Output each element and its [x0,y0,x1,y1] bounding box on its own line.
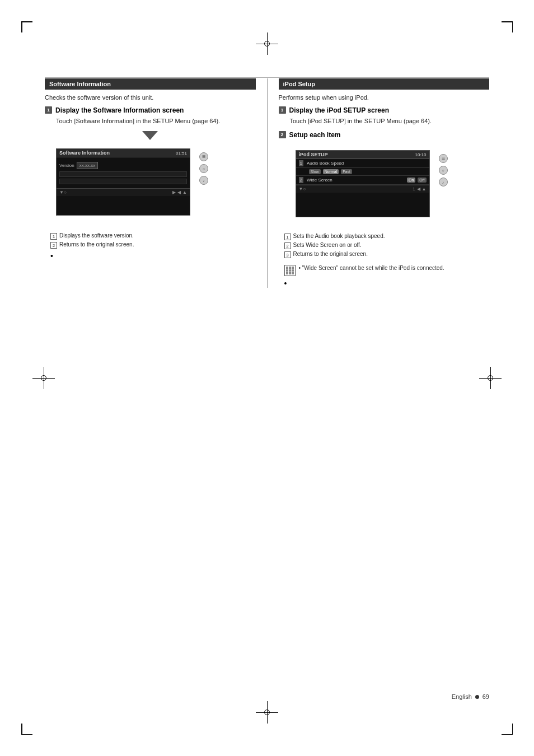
ipod-bullet-dot: • [284,279,287,288]
ipod-bottom-icon1: 1 [413,186,415,192]
ipod-note3-text: Returns to the original screen. [293,251,368,257]
ipod-screen-side-icons: ☰ ○ ♪ [439,154,448,186]
grid-cell [292,269,294,272]
sw-screen-wrapper: Software Information 01:51 Version xx.xx… [50,144,196,221]
ipod-bullet: • [283,279,490,288]
sw-placeholder-row1 [59,171,187,177]
ipod-note-box: • "Wide Screen" cannot be set while the … [284,265,490,276]
grid-cell [289,267,291,269]
ipod-step1-title: Display the iPod SETUP screen [289,106,390,114]
ipod-screen-mockup: iPod SETUP 10:10 1 Audio Book Speed Slow… [296,150,430,217]
ipod-row-audio: 1 Audio Book Speed [296,159,429,168]
sw-bottom-icon2: ◀ [177,190,181,195]
arrow-down-icon [142,131,158,140]
grid-cell [286,269,288,272]
sw-screen-body: Version xx.xx.xx [57,157,190,188]
sw-side-icon3: ♪ [199,176,208,185]
ipod-btn-normal: Normal [323,169,339,174]
ipod-step2-heading: 2 Setup each item [279,131,490,139]
grid-cell [292,272,294,274]
ipod-note-3: 3 Returns to the original screen. [284,251,490,258]
ipod-screen-header: iPod SETUP 10:10 [296,151,429,159]
sw-screen-title: Software Information [59,150,110,156]
grid-icon [284,265,296,276]
sw-step1-title: Display the Software Information screen [55,106,184,114]
ipod-step1-desc: Touch [iPod SETUP] in the SETUP Menu (pa… [290,118,490,124]
sw-side-icon1: ☰ [199,152,208,161]
software-info-title: Software Information [49,81,111,87]
columns-container: Software Information Checks the software… [45,78,489,288]
sw-note2-num: 2 [50,242,57,249]
sw-version-box: xx.xx.xx [77,162,98,169]
ipod-screen-bottom: ▼○ 1 ◀ ▲ [296,185,429,193]
sw-placeholder-row2 [59,179,187,184]
ipod-row-audio-btns: Slow Normal Fast [296,168,429,176]
ipod-bottom-left-icon: ▼○ [299,186,306,192]
grid-cell [289,272,291,274]
sw-screen-time: 01:51 [176,151,187,156]
grid-cell [292,267,294,269]
main-content: Software Information Checks the software… [45,78,489,678]
ipod-note2-num: 2 [284,242,291,249]
corner-mark-bl [21,724,32,735]
crosshair-top [256,32,278,55]
sw-side-icon2: ○ [199,164,208,173]
sw-version-label: Version [59,163,74,168]
ipod-setup-column: iPod Setup Performs setup when using iPo… [268,78,490,288]
ipod-side-icon1: ☰ [439,154,448,163]
arrow-down-container [45,131,256,142]
footer: English 69 [452,693,489,700]
grid-cell [286,272,288,274]
grid-cell [286,267,288,269]
grid-cell [289,269,291,272]
sw-step1-heading: 1 Display the Software Information scree… [45,106,256,114]
footer-separator-dot [475,695,479,699]
crosshair-bottom [256,701,278,724]
sw-note2-text: Returns to the original screen. [59,241,134,248]
sw-screen-side-icons: ☰ ○ ♪ [199,152,208,185]
ipod-note3-num: 3 [284,251,291,258]
sw-version-value: xx.xx.xx [79,163,95,168]
ipod-notes-list: 1 Sets the Audio book playback speed. 2 … [284,233,490,258]
ipod-row2-label: Wide Screen [307,178,405,183]
ipod-screen-wrapper: iPod SETUP 10:10 1 Audio Book Speed Slow… [290,146,435,223]
footer-lang: English [452,693,472,700]
ipod-btn-slow: Slow [309,169,321,174]
ipod-row1-badge: 1 [299,160,303,166]
ipod-step1-heading: 1 Display the iPod SETUP screen [279,106,490,114]
ipod-btn-off: Off [418,178,426,183]
ipod-note-2: 2 Sets Wide Screen on or off. [284,242,490,249]
ipod-btn-on: On [407,178,415,183]
sw-step1-badge: 1 [45,106,52,114]
ipod-step2-title: Setup each item [289,131,341,139]
sw-note1-num: 1 [50,233,57,240]
sw-note1-text: Displays the software version. [59,232,134,239]
ipod-bottom-icon2: ◀ [417,186,420,192]
ipod-note-box-text: • "Wide Screen" cannot be set while the … [299,265,444,271]
ipod-bottom-right-icons: 1 ◀ ▲ [413,186,426,192]
ipod-row-wide: 2 Wide Screen On Off [296,176,429,185]
sw-bullet: • [49,252,256,260]
ipod-setup-header: iPod Setup [279,78,490,90]
sw-note-1: 1 Displays the software version. [50,232,256,240]
ipod-side-icon3: ♪ [439,178,448,186]
top-separator [45,77,489,78]
ipod-step1-badge: 1 [279,106,286,114]
ipod-note1-text: Sets the Audio book playback speed. [293,233,385,239]
ipod-screen-time: 10:10 [415,152,426,157]
sw-bottom-right-icons: ▶ ◀ ▲ [172,190,187,195]
corner-mark-br [502,724,513,735]
sw-version-row: Version xx.xx.xx [59,162,187,169]
ipod-setup-intro: Performs setup when using iPod. [279,94,490,101]
ipod-bottom-icon3: ▲ [422,186,427,192]
sw-bottom-left-icon: ▼○ [59,190,67,195]
footer-page: 69 [483,693,489,700]
software-info-intro: Checks the software version of this unit… [45,94,256,101]
sw-screen-header: Software Information 01:51 [57,149,190,157]
sw-notes-list: 1 Displays the software version. 2 Retur… [50,232,256,249]
corner-mark-tr [502,21,513,32]
sw-bullet-dot: • [50,251,53,260]
sw-screen-bottom: ▼○ ▶ ◀ ▲ [57,188,190,196]
ipod-screen-title: iPod SETUP [299,152,328,157]
ipod-row2-badge: 2 [299,177,303,183]
